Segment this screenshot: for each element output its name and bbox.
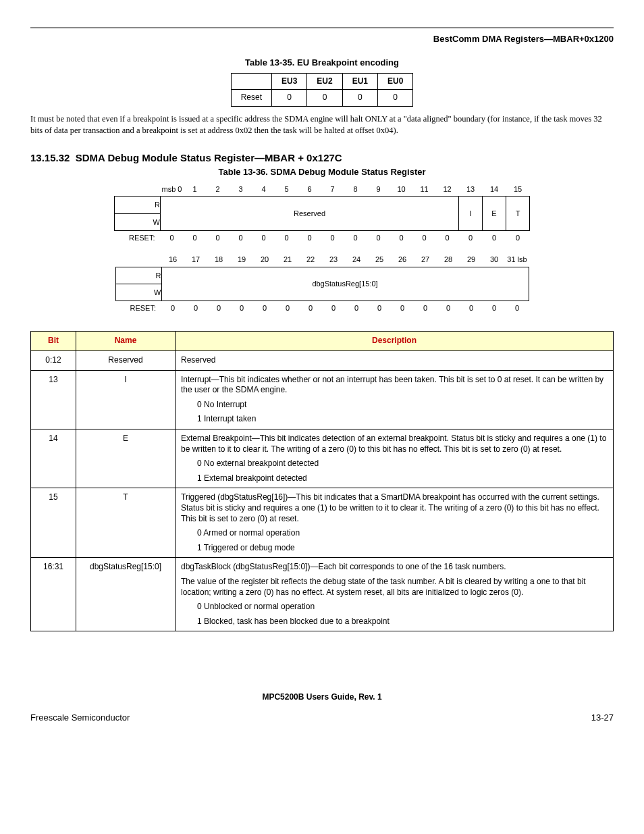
r-row: R dbgStatusReg[15:0] <box>115 267 529 284</box>
top-rule <box>30 27 614 28</box>
section-heading: 13.15.32 SDMA Debug Module Status Regist… <box>30 151 614 165</box>
resetval: 0 <box>460 301 483 315</box>
td-reset-label: Reset <box>231 90 271 107</box>
field-e: E <box>483 197 506 231</box>
bitnum: 8 <box>344 182 367 197</box>
resetval: 0 <box>253 301 276 315</box>
bitnum: 5 <box>275 182 298 197</box>
bitnum: 28 <box>437 253 460 267</box>
resetval: 0 <box>184 231 207 245</box>
th-name: Name <box>76 332 176 351</box>
th-desc: Description <box>176 332 614 351</box>
desc-cell: Reserved <box>176 351 614 371</box>
bitnum: 17 <box>184 253 207 267</box>
desc-line: 1 Blocked, task has been blocked due to … <box>181 617 608 627</box>
bitnum: 3 <box>230 182 252 197</box>
resetval: 0 <box>298 231 321 245</box>
bitnum: 21 <box>276 253 299 267</box>
desc-line: Reserved <box>181 355 608 366</box>
desc-line: 1 External breakpoint detected <box>181 473 608 484</box>
bitnum: 23 <box>322 253 345 267</box>
resetval: 0 <box>437 301 460 315</box>
r-row: R Reserved I E T <box>115 197 530 213</box>
desc-line: 0 Unblocked or normal operation <box>181 602 608 613</box>
resetval: 0 <box>230 301 253 315</box>
reset-label: RESET: <box>115 301 161 315</box>
reset-row: RESET: 0 0 0 0 0 0 0 0 0 0 0 0 0 0 0 0 <box>115 301 529 315</box>
bitnum: 13 <box>459 182 483 197</box>
bits-upper: msb 0 1 2 3 4 5 6 7 8 9 10 11 12 13 14 1… <box>114 182 530 244</box>
bitnum: 27 <box>414 253 437 267</box>
note-paragraph: It must be noted that even if a breakpoi… <box>30 113 614 136</box>
bitnum: 22 <box>299 253 322 267</box>
bitnum: 31 lsb <box>506 253 529 267</box>
td: 0 <box>378 90 413 107</box>
resetval: 0 <box>436 231 459 245</box>
bitnum: 9 <box>367 182 390 197</box>
section-title: SDMA Debug Module Status Register—MBAR +… <box>76 152 342 163</box>
desc-line: 0 Armed or normal operation <box>181 528 608 539</box>
bitnum: 7 <box>321 182 344 197</box>
desc-cell: External Breakpoint—This bit indicates d… <box>176 429 614 488</box>
td: 0 <box>342 90 377 107</box>
section-number: 13.15.32 <box>30 152 70 163</box>
footer-row: Freescale Semiconductor 13-27 <box>30 712 614 724</box>
resetval: 0 <box>230 231 252 245</box>
table-35-caption: Table 13-35. EU Breakpoint encoding <box>30 57 614 69</box>
name-cell: T <box>76 488 176 558</box>
bit-cell: 16:31 <box>31 558 76 631</box>
footer-center: MPC5200B Users Guide, Rev. 1 <box>30 692 614 703</box>
bitnum: 25 <box>368 253 391 267</box>
bitnum: 24 <box>345 253 368 267</box>
desc-cell: Interrupt—This bit indicates whether or … <box>176 370 614 429</box>
name-cell: I <box>76 370 176 429</box>
description-table: Bit Name Description 0:12ReservedReserve… <box>30 331 614 631</box>
resetval: 0 <box>483 231 506 245</box>
table-row: 16:31dbgStatusReg[15:0]dbgTaskBlock (dbg… <box>31 558 614 631</box>
resetval: 0 <box>459 231 483 245</box>
desc-cell: Triggered (dbgStatusReg[16])—This bit in… <box>176 488 614 558</box>
bit-layout: msb 0 1 2 3 4 5 6 7 8 9 10 11 12 13 14 1… <box>30 182 614 315</box>
th-eu2: EU2 <box>307 73 342 90</box>
blank <box>115 182 161 197</box>
reserved-field: Reserved <box>161 197 459 231</box>
resetval: 0 <box>413 231 436 245</box>
field-t: T <box>506 197 530 231</box>
bitnum: 18 <box>207 253 230 267</box>
resetval: 0 <box>252 231 275 245</box>
desc-line: The value of the register bit reflects t… <box>181 577 608 598</box>
name-cell: dbgStatusReg[15:0] <box>76 558 176 631</box>
table-row: 0:12ReservedReserved <box>31 351 614 371</box>
resetval: 0 <box>344 231 367 245</box>
resetval: 0 <box>321 231 344 245</box>
resetval: 0 <box>275 231 298 245</box>
running-header: BestComm DMA Registers—MBAR+0x1200 <box>30 34 614 45</box>
bitnum: 20 <box>253 253 276 267</box>
reset-label: RESET: <box>115 231 161 245</box>
th-eu0: EU0 <box>378 73 413 90</box>
th-eu3: EU3 <box>271 73 306 90</box>
bitnum: 10 <box>390 182 413 197</box>
bitnum: 16 <box>161 253 184 267</box>
bitnum: 19 <box>230 253 253 267</box>
resetval: 0 <box>368 301 391 315</box>
table-header-row: Bit Name Description <box>31 332 614 351</box>
resetval: 0 <box>299 301 322 315</box>
bitnum: 12 <box>436 182 459 197</box>
resetval: 0 <box>161 231 184 245</box>
bitnum: 4 <box>252 182 275 197</box>
table-36-caption: Table 13-36. SDMA Debug Module Status Re… <box>30 167 614 178</box>
w-label: W <box>115 213 161 230</box>
bitnum: 29 <box>460 253 483 267</box>
bits-lower: 16 17 18 19 20 21 22 23 24 25 26 27 28 2… <box>115 253 529 315</box>
desc-cell: dbgTaskBlock (dbgStatusReg[15:0])—Each b… <box>176 558 614 631</box>
resetval: 0 <box>207 301 230 315</box>
bitnum: msb 0 <box>161 182 184 197</box>
desc-body: 0:12ReservedReserved13IInterrupt—This bi… <box>31 351 614 631</box>
reset-row: RESET: 0 0 0 0 0 0 0 0 0 0 0 0 0 0 0 0 <box>115 231 530 245</box>
resetval: 0 <box>367 231 390 245</box>
desc-line: 0 No Interrupt <box>181 400 608 411</box>
r-label: R <box>115 197 161 213</box>
resetval: 0 <box>161 301 184 315</box>
bit-cell: 0:12 <box>31 351 76 371</box>
